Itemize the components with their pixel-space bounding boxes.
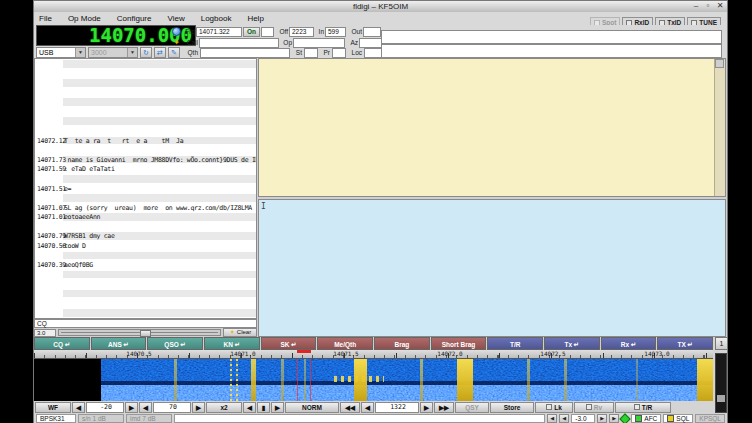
st-field[interactable] [304,48,318,58]
squelch-level-value[interactable]: -3.0 [571,414,595,423]
browser-row[interactable] [35,97,256,107]
browser-row[interactable] [35,59,256,69]
scrollbar-button[interactable] [715,59,724,68]
right-arrow-icon[interactable]: ▶ [125,402,138,413]
macro-button-tx[interactable]: TX ↵ [657,337,713,350]
menu-help[interactable]: Help [239,12,271,25]
browser-row[interactable] [35,298,256,308]
macro-button-qso[interactable]: QSO ↵ [147,337,203,350]
browser-row[interactable]: 14070.79W7RSB1 dmy cae [35,231,256,241]
waterfall-display[interactable] [34,359,713,401]
fast-right-icon[interactable]: ▶▶ [434,402,454,413]
1322-value[interactable]: 1322 [375,402,419,413]
slider-handle[interactable] [140,330,151,337]
browser-row[interactable] [35,251,256,261]
off-field[interactable]: 2223 [289,27,314,37]
macro-button-tr[interactable]: T/R [487,337,543,350]
left-arrow-icon[interactable]: ◀ [139,402,152,413]
store-button[interactable]: Store [490,402,534,413]
on-button[interactable]: On [243,27,260,37]
squelch-increase-fast-icon[interactable]: ▶ [609,414,619,423]
notes-field-2[interactable] [381,44,722,58]
browser-row[interactable] [35,126,256,136]
lk-button[interactable]: Lk [535,402,573,413]
macro-button-brag[interactable]: Brag [374,337,430,350]
browser-row[interactable]: 14071.51e= [35,184,256,194]
browser-row[interactable] [35,270,256,280]
macro-button-ans[interactable]: ANS ↵ [91,337,147,350]
browser-row[interactable] [35,289,256,299]
macro-set-button[interactable]: 1 [715,337,728,350]
chevron-down-icon[interactable]: ▼ [75,48,85,57]
left-arrow-icon[interactable]: ◀ [361,402,374,413]
close-icon[interactable]: ✕ [715,1,725,11]
left-arrow-icon[interactable]: ◀ [243,402,256,413]
pause-icon[interactable]: ▮ [257,402,270,413]
browser-row[interactable] [35,145,256,155]
-20-value[interactable]: -20 [86,402,124,413]
browser-row[interactable] [35,116,256,126]
waterfall-scale[interactable]: 14070.514071.014071.514072.014072.514073… [34,350,713,359]
browser-row[interactable] [35,78,256,88]
mode-select[interactable]: USB ▼ [36,47,86,58]
in-field[interactable]: 599 [325,27,346,37]
right-arrow-icon[interactable]: ▶ [271,402,284,413]
mode-status[interactable]: BPSK31 [36,414,76,423]
right-arrow-icon[interactable]: ▶ [192,402,205,413]
pr-field[interactable] [332,48,346,58]
squelch-decrease-fast-icon[interactable]: ◀ [547,414,557,423]
browser-row[interactable]: 14071.59: eTaD eTaTati [35,164,256,174]
macro-button-shortbrag[interactable]: Short Brag [431,337,487,350]
op-field[interactable] [293,38,345,48]
browser-row[interactable] [35,88,256,98]
call-field[interactable] [199,38,279,48]
menu-logbook[interactable]: Logbook [193,12,240,25]
maximize-icon[interactable]: ▫ [703,1,713,11]
clear-button[interactable]: ✦ Clear [223,328,257,337]
afc-toggle[interactable]: AFC [631,414,661,423]
right-arrow-icon[interactable]: ▶ [420,402,433,413]
browser-row[interactable]: 14071.01eotoaeeAnn [35,212,256,222]
macro-button-sk[interactable]: SK ↵ [261,337,317,350]
tr-button[interactable]: T/R [615,402,671,413]
browser-row[interactable]: 14071.73 name is Giovanni mrno JM88DVfo:… [35,155,256,165]
browser-level-slider[interactable] [58,329,221,336]
tx-text-pane[interactable]: I [258,199,726,337]
globe-icon[interactable] [172,27,181,36]
macro-button-meqth[interactable]: Me/Qth [317,337,373,350]
squelch-increase-icon[interactable]: ▶ [597,414,607,423]
macro-button-cq[interactable]: CQ ↵ [34,337,90,350]
browser-row[interactable]: 14071.07SL ag (sorry ureau) more on www.… [35,203,256,213]
squelch-decrease-icon[interactable]: ◀ [559,414,569,423]
menu-file[interactable]: File [34,12,60,25]
macro-button-rx[interactable]: Rx ↵ [601,337,657,350]
browser-row[interactable] [35,69,256,79]
browser-row[interactable]: 14070.39aeoQf0BG [35,260,256,270]
qth-field[interactable] [200,48,290,58]
notes-field-1[interactable] [381,30,722,44]
wf-button[interactable]: WF [35,402,71,413]
frq-field[interactable]: 14071.322 [196,27,242,37]
browser-row[interactable] [35,174,256,184]
out-field[interactable] [363,27,381,37]
browser-row[interactable]: 14072.12T te a ra t rt e a tM Ja [35,136,256,146]
slider-handle[interactable] [717,395,725,402]
sql-toggle[interactable]: SQL [663,414,693,423]
browser-row[interactable]: 14070.56tooW D [35,241,256,251]
fast-left-icon[interactable]: ◀◀ [340,402,360,413]
seek-regex-field[interactable]: CQ [34,319,257,328]
left-arrow-icon[interactable]: ◀ [72,402,85,413]
browser-row[interactable] [35,107,256,117]
rx-text-pane[interactable] [258,58,726,197]
rx-scrollbar[interactable] [714,59,725,196]
edit-icon[interactable]: ✎ [168,47,180,58]
hand-icon[interactable]: ✦ [172,38,181,47]
browser-row[interactable] [35,222,256,232]
x2-button[interactable]: x2 [206,402,242,413]
browser-level-value[interactable]: 3.0 [34,329,56,337]
swap-icon[interactable]: ⇄ [154,47,166,58]
macro-button-kn[interactable]: KN ↵ [204,337,260,350]
browser-row[interactable] [35,193,256,203]
macro-button-tx[interactable]: Tx ↵ [544,337,600,350]
browser-row[interactable] [35,308,256,318]
